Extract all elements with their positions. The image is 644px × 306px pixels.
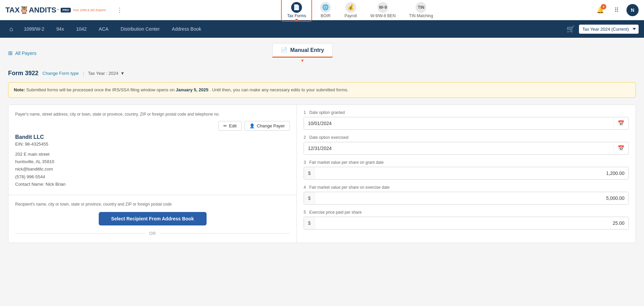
change-payer-icon: 👤: [249, 123, 255, 128]
form-info-bar: Form 3922 Change Form type | Tax Year : …: [8, 70, 636, 77]
pipe-divider: |: [83, 71, 84, 76]
notifications-button[interactable]: 🔔 0: [594, 4, 606, 16]
form-fields-container: 1 Date option granted 📅 2 Date option: [297, 105, 636, 240]
payroll-label: Payroll: [344, 13, 357, 18]
note-suffix: . Until then, you can make any necessary…: [210, 87, 348, 92]
top-navigation: TAX 🦉 ANDITS ™ PRO Your 1099 & W2 Expert…: [0, 0, 644, 20]
field-1-label: 1 Date option granted: [304, 110, 629, 115]
nav-tin-matching[interactable]: TIN TIN Matching: [404, 0, 438, 21]
nav-payroll[interactable]: 💰 Payroll: [339, 0, 362, 21]
field-2-label: 2 Date option exercised: [304, 135, 629, 140]
tin-icon: TIN: [416, 2, 426, 13]
or-text: OR: [149, 231, 156, 236]
field-5-currency-symbol: $: [304, 217, 315, 229]
logo[interactable]: TAX 🦉 ANDITS ™ PRO: [5, 3, 71, 17]
field-4-input-wrapper: $: [304, 192, 629, 205]
logo-tm: ™: [56, 8, 59, 12]
payer-field-label: Payer's name, street address, city or to…: [15, 112, 290, 117]
logo-area: TAX 🦉 ANDITS ™ PRO Your 1099 & W2 Expert…: [5, 3, 106, 17]
form-main: Payer's name, street address, city or to…: [8, 104, 636, 243]
manual-entry-arrow: ▼: [301, 58, 305, 63]
user-avatar[interactable]: N: [626, 4, 639, 16]
tin-label: TIN Matching: [409, 13, 433, 18]
payer-city-state: huntsville, AL 35810: [15, 158, 290, 165]
payroll-icon: 💰: [345, 2, 356, 13]
field-1-input[interactable]: [304, 117, 613, 129]
breadcrumb-grid-icon: ⊞: [8, 50, 12, 56]
payer-name: Bandit LLC: [15, 134, 290, 140]
boir-label: BOIR: [321, 13, 331, 18]
field-5-input-wrapper: $: [304, 217, 629, 230]
or-divider: OR: [15, 231, 290, 236]
note-prefix: Note:: [14, 87, 25, 92]
field-1-number: 1: [304, 110, 306, 115]
more-options-button[interactable]: ⋮: [114, 4, 125, 17]
nav-tax-forms[interactable]: 📄 Tax Forms: [281, 0, 312, 22]
payer-address: 202 E main street huntsville, AL 35810 n…: [15, 151, 290, 188]
tax-year-text: Tax Year : 2024: [88, 71, 118, 76]
nav-1099-w2[interactable]: 1099/W-2: [19, 24, 50, 34]
change-form-type-link[interactable]: Change Form type: [42, 71, 79, 76]
form-left-panel: Payer's name, street address, city or to…: [8, 105, 297, 243]
nav-aca[interactable]: ACA: [93, 24, 114, 34]
tax-forms-icon: 📄: [291, 2, 302, 13]
form-right-panel: 1 Date option granted 📅 2 Date option: [297, 105, 636, 243]
payer-ein: EIN: 98-4325455: [15, 142, 290, 147]
home-button[interactable]: ⌂: [5, 23, 17, 35]
field-group-1: 1 Date option granted 📅: [304, 110, 629, 130]
tax-year-dropdown-arrow[interactable]: ▼: [120, 71, 125, 76]
field-3-label: 3 Fair market value per share on grant d…: [304, 160, 629, 165]
payer-section: Payer's name, street address, city or to…: [8, 105, 297, 195]
nav-address-book[interactable]: Address Book: [166, 24, 207, 34]
field-1-text: Date option granted: [309, 110, 345, 115]
nav-boir[interactable]: 🌐 BOIR: [315, 0, 336, 21]
nav-94x[interactable]: 94x: [51, 24, 69, 34]
field-4-label: 4 Fair market value per share on exercis…: [304, 185, 629, 190]
field-5-input[interactable]: [315, 217, 628, 229]
nav-icons-group: 📄 Tax Forms 🌐 BOIR 💰 Payroll W-9 W-9/W-8…: [125, 0, 594, 22]
select-recipient-button[interactable]: Select Recipient From Address Book: [99, 212, 207, 225]
field-2-input[interactable]: [304, 142, 613, 154]
field-2-calendar-icon[interactable]: 📅: [613, 142, 628, 154]
content-area: ⊞ All Payers 📄 Manual Entry ▼ Form 3922 …: [0, 38, 644, 248]
cart-icon[interactable]: 🛒: [566, 25, 575, 33]
field-3-input[interactable]: [315, 167, 628, 179]
nav-w9-w8ben[interactable]: W-9 W-9/W-8 BEN: [365, 0, 401, 21]
change-payer-label: Change Payer: [257, 123, 285, 128]
nav-1042[interactable]: 1042: [71, 24, 92, 34]
field-5-label: 5 Exercise price paid per share: [304, 210, 629, 215]
notification-badge: 0: [601, 4, 606, 9]
field-3-number: 3: [304, 160, 306, 165]
field-3-input-wrapper: $: [304, 167, 629, 180]
manual-entry-button[interactable]: 📄 Manual Entry: [272, 43, 332, 57]
field-1-calendar-icon[interactable]: 📅: [613, 117, 628, 129]
pro-badge: PRO: [61, 8, 71, 12]
sec-nav-right: 🛒 Tax Year 2024 (Current) Tax Year 2023 …: [566, 25, 639, 34]
page-header: ⊞ All Payers 📄 Manual Entry ▼: [8, 43, 636, 63]
nav-distribution-center[interactable]: Distribution Center: [115, 24, 165, 34]
manual-entry-label: Manual Entry: [290, 47, 324, 53]
w9-label: W-9/W-8 BEN: [370, 13, 396, 18]
logo-andits: ANDITS: [29, 6, 56, 14]
breadcrumb[interactable]: ⊞ All Payers: [8, 50, 36, 56]
active-indicator: [295, 19, 298, 22]
tax-year-info: Tax Year : 2024 ▼: [88, 71, 125, 76]
secondary-navigation: ⌂ 1099/W-2 94x 1042 ACA Distribution Cen…: [0, 20, 644, 38]
field-2-input-wrapper: 📅: [304, 142, 629, 155]
manual-entry-tab: 📄 Manual Entry ▼: [272, 43, 332, 63]
field-group-5: 5 Exercise price paid per share $: [304, 210, 629, 230]
apps-grid-button[interactable]: ⠿: [610, 4, 622, 16]
form-title: Form 3922: [8, 70, 38, 77]
tax-forms-label: Tax Forms: [287, 13, 306, 18]
field-4-text: Fair market value per share on exercise …: [309, 185, 390, 190]
change-payer-button[interactable]: 👤 Change Payer: [244, 121, 290, 131]
all-payers-link[interactable]: All Payers: [15, 51, 36, 56]
edit-payer-button[interactable]: ✏ Edit: [218, 121, 242, 131]
manual-entry-underline: [272, 57, 332, 58]
tax-year-selector[interactable]: Tax Year 2024 (Current) Tax Year 2023 Ta…: [579, 25, 639, 34]
right-nav: 🔔 0 ⠿ N: [594, 4, 639, 16]
recipient-section: Recipient's name, city or town, state or…: [8, 195, 297, 243]
field-3-currency-symbol: $: [304, 167, 315, 179]
payer-email: nick@banditllc.com: [15, 165, 290, 173]
field-4-input[interactable]: [315, 192, 628, 204]
